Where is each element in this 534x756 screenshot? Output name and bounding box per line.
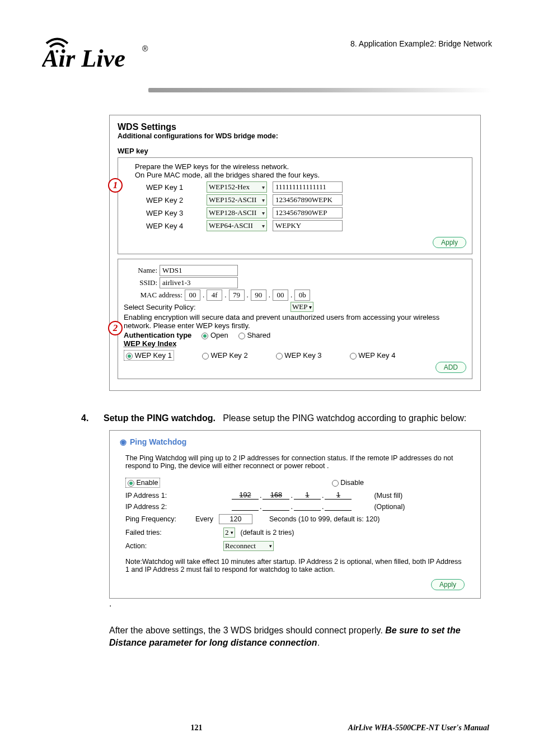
page-number: 121 bbox=[190, 724, 202, 732]
closing-paragraph: After the above settings, the 3 WDS brid… bbox=[109, 624, 481, 648]
svg-text:Air Live: Air Live bbox=[42, 44, 125, 72]
action-label: Action: bbox=[125, 542, 190, 550]
callout-2: 2 bbox=[108, 321, 123, 335]
callout-1: 1 bbox=[108, 178, 123, 193]
wep-key2-radio[interactable]: WEP Key 2 bbox=[202, 351, 248, 360]
wep-intro-1: Prepare the WEP keys for the wireless ne… bbox=[135, 162, 466, 171]
wep-value-input[interactable]: WEPKY bbox=[273, 220, 343, 231]
wep-key-row: WEP Key 1 WEP152-Hex▾ 111111111111111 bbox=[146, 181, 466, 193]
header-divider bbox=[148, 88, 492, 92]
ip2-label: IP Address 2: bbox=[125, 503, 190, 511]
ssid-input[interactable]: airlive1-3 bbox=[160, 277, 238, 288]
mac-octet-input[interactable]: 4f bbox=[207, 290, 222, 301]
ping-title: ◉ Ping Watchdog bbox=[120, 437, 470, 446]
mac-label: MAC address: bbox=[124, 291, 182, 300]
chevron-down-icon: ▾ bbox=[262, 210, 265, 216]
ping-watchdog-panel: ◉ Ping Watchdog The Ping Watchdog will p… bbox=[109, 430, 481, 599]
chevron-down-icon: ▾ bbox=[262, 184, 265, 190]
security-select[interactable]: WEP▾ bbox=[291, 302, 313, 312]
wep-value-input[interactable]: 1234567890WEPK bbox=[273, 194, 343, 206]
disable-radio[interactable]: Disable bbox=[332, 479, 364, 487]
fail-select[interactable]: 2▾ bbox=[223, 528, 235, 538]
svg-text:®: ® bbox=[142, 44, 148, 53]
wep-intro-2: On Pure MAC mode, all the bridges shared… bbox=[135, 171, 466, 179]
mac-octet-input[interactable]: 00 bbox=[185, 290, 200, 301]
wep-type-select[interactable]: WEP64-ASCII▾ bbox=[207, 220, 267, 231]
ip2-input[interactable]: . . . bbox=[232, 503, 352, 511]
mac-octet-input[interactable]: 00 bbox=[273, 290, 288, 301]
wds-subtitle: Additional configurations for WDS bridge… bbox=[118, 132, 472, 140]
wep-key-label: WEP Key 3 bbox=[146, 209, 201, 217]
auth-open-radio[interactable]: Open bbox=[202, 331, 228, 339]
page-footer: 121 AirLive WHA-5500CPE-NT User's Manual bbox=[0, 724, 534, 732]
ip1-note: (Must fill) bbox=[374, 492, 402, 500]
fail-note: (default is 2 tries) bbox=[241, 529, 294, 536]
encryption-note: Enabling encryption will secure data and… bbox=[124, 313, 466, 330]
wep-key4-radio[interactable]: WEP Key 4 bbox=[350, 351, 396, 360]
ip1-label: IP Address 1: bbox=[125, 492, 190, 500]
wep-key-section: 1 Prepare the WEP keys for the wireless … bbox=[118, 157, 472, 254]
wep-key-label: WEP Key 4 bbox=[146, 222, 201, 230]
step-4: 4. Setup the PING watchdog. Please setup… bbox=[81, 413, 481, 423]
name-label: Name: bbox=[124, 266, 157, 275]
ping-apply-button[interactable]: Apply bbox=[431, 579, 465, 590]
wep-type-select[interactable]: WEP152-Hex▾ bbox=[207, 181, 267, 193]
mac-octet-input[interactable]: 79 bbox=[229, 290, 245, 301]
mac-octet-input[interactable]: 90 bbox=[251, 290, 266, 301]
wep-value-input[interactable]: 1234567890WEP bbox=[273, 207, 343, 218]
freq-note: Seconds (10 to 999, default is: 120) bbox=[269, 515, 380, 523]
wep-key-row: WEP Key 3 WEP128-ASCII▾ 1234567890WEP bbox=[146, 207, 466, 218]
add-button[interactable]: ADD bbox=[435, 362, 466, 373]
ping-note: Note:Watchdog will take effect 10 minute… bbox=[125, 558, 465, 573]
ip1-input[interactable]: 192. 168. 1. 1 bbox=[232, 491, 352, 500]
wds-settings-panel: WDS Settings Additional configurations f… bbox=[109, 115, 481, 391]
wep-type-select[interactable]: WEP152-ASCII▾ bbox=[207, 194, 267, 206]
manual-title: AirLive WHA-5500CPE-NT User's Manual bbox=[348, 724, 489, 732]
security-label: Select Security Policy: bbox=[124, 303, 222, 311]
wep-key3-radio[interactable]: WEP Key 3 bbox=[276, 351, 322, 360]
chevron-down-icon: ▾ bbox=[262, 223, 265, 229]
step-number: 4. bbox=[81, 413, 92, 423]
ip2-note: (Optional) bbox=[374, 503, 405, 511]
wep-key-row: WEP Key 4 WEP64-ASCII▾ WEPKY bbox=[146, 220, 466, 231]
chevron-down-icon: ▾ bbox=[309, 304, 312, 310]
wep-type-select[interactable]: WEP128-ASCII▾ bbox=[207, 207, 267, 218]
ping-desc: The Ping Watchdog will ping up to 2 IP a… bbox=[125, 454, 465, 470]
freq-label: Ping Frequency: bbox=[125, 515, 190, 523]
svg-point-2 bbox=[56, 50, 59, 53]
gear-icon: ◉ bbox=[120, 437, 127, 446]
wds-entry-section: 2 Name:WDS1 SSID:airlive1-3 MAC address:… bbox=[118, 259, 472, 379]
fail-label: Failed tries: bbox=[125, 529, 190, 536]
wep-key-label: WEP Key 2 bbox=[146, 196, 201, 204]
wep-key-label: WEP Key 1 bbox=[146, 183, 201, 192]
action-select[interactable]: Reconnect▾ bbox=[223, 541, 274, 551]
name-input[interactable]: WDS1 bbox=[160, 265, 238, 276]
freq-input[interactable]: 120 bbox=[219, 514, 252, 524]
wep-value-input[interactable]: 111111111111111 bbox=[273, 181, 343, 193]
wep-key-heading: WEP key bbox=[118, 147, 472, 155]
wep-key1-radio[interactable]: WEP Key 1 bbox=[124, 350, 174, 361]
chapter-heading: 8. Application Example2: Bridge Network bbox=[350, 39, 492, 48]
auth-type-label: Authentication type bbox=[124, 331, 191, 339]
wep-key-index-label: WEP Key Index bbox=[124, 339, 466, 348]
wds-title: WDS Settings bbox=[118, 122, 472, 132]
freq-every: Every bbox=[195, 515, 213, 523]
airlive-logo: Air Live ® bbox=[42, 34, 148, 76]
chevron-down-icon: ▾ bbox=[231, 530, 233, 535]
wep-key-row: WEP Key 2 WEP152-ASCII▾ 1234567890WEPK bbox=[146, 194, 466, 206]
ssid-label: SSID: bbox=[124, 278, 157, 287]
enable-radio[interactable]: Enable bbox=[125, 478, 160, 488]
step-title: Setup the PING watchdog. bbox=[104, 413, 216, 423]
step-desc: Please setup the PING watchdog according… bbox=[223, 413, 466, 423]
auth-shared-radio[interactable]: Shared bbox=[238, 331, 271, 339]
apply-button[interactable]: Apply bbox=[433, 237, 466, 248]
mac-octet-input[interactable]: 0b bbox=[294, 290, 310, 301]
chevron-down-icon: ▾ bbox=[269, 543, 272, 549]
chevron-down-icon: ▾ bbox=[262, 197, 265, 203]
